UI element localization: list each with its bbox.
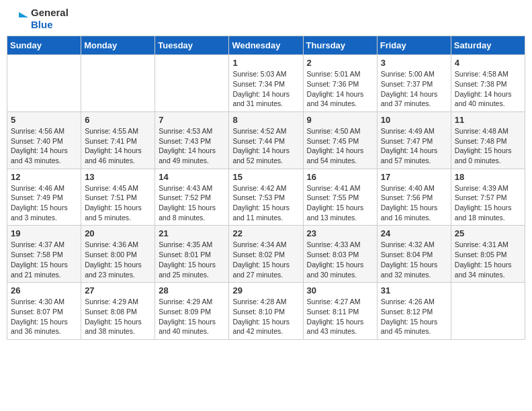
calendar-cell: 26Sunrise: 4:30 AMSunset: 8:07 PMDayligh… xyxy=(7,283,81,340)
calendar-header-row: SundayMondayTuesdayWednesdayThursdayFrid… xyxy=(7,36,525,55)
day-info: Sunrise: 4:53 AMSunset: 7:43 PMDaylight:… xyxy=(159,126,225,166)
day-info: Sunrise: 4:34 AMSunset: 8:02 PMDaylight:… xyxy=(232,240,299,279)
calendar-cell: 5Sunrise: 4:56 AMSunset: 7:40 PMDaylight… xyxy=(7,111,81,169)
calendar-cell: 19Sunrise: 4:37 AMSunset: 7:58 PMDayligh… xyxy=(7,226,81,283)
day-info: Sunrise: 4:33 AMSunset: 8:03 PMDaylight:… xyxy=(307,240,373,279)
day-info: Sunrise: 5:03 AMSunset: 7:34 PMDaylight:… xyxy=(232,69,299,109)
calendar-cell: 28Sunrise: 4:29 AMSunset: 8:09 PMDayligh… xyxy=(155,283,229,340)
calendar-cell: 12Sunrise: 4:46 AMSunset: 7:49 PMDayligh… xyxy=(7,169,81,226)
calendar-cell: 30Sunrise: 4:27 AMSunset: 8:11 PMDayligh… xyxy=(303,283,377,340)
day-info: Sunrise: 4:43 AMSunset: 7:52 PMDaylight:… xyxy=(159,183,225,223)
day-number: 22 xyxy=(232,228,299,238)
calendar-cell: 17Sunrise: 4:40 AMSunset: 7:56 PMDayligh… xyxy=(377,169,451,226)
day-number: 19 xyxy=(11,228,77,238)
day-number: 8 xyxy=(232,115,299,125)
calendar-cell: 4Sunrise: 4:58 AMSunset: 7:38 PMDaylight… xyxy=(451,55,525,112)
calendar-cell: 27Sunrise: 4:29 AMSunset: 8:08 PMDayligh… xyxy=(81,283,155,340)
day-number: 31 xyxy=(381,285,447,295)
page-header: General Blue xyxy=(7,7,525,30)
calendar-header-friday: Friday xyxy=(377,36,451,55)
calendar-cell: 3Sunrise: 5:00 AMSunset: 7:37 PMDaylight… xyxy=(377,55,451,112)
day-number: 30 xyxy=(307,285,373,295)
day-number: 3 xyxy=(381,58,447,68)
day-info: Sunrise: 5:00 AMSunset: 7:37 PMDaylight:… xyxy=(381,69,447,109)
day-info: Sunrise: 4:36 AMSunset: 8:00 PMDaylight:… xyxy=(85,240,151,279)
day-info: Sunrise: 4:27 AMSunset: 8:11 PMDaylight:… xyxy=(307,297,373,336)
day-info: Sunrise: 4:30 AMSunset: 8:07 PMDaylight:… xyxy=(11,297,77,336)
calendar-cell: 21Sunrise: 4:35 AMSunset: 8:01 PMDayligh… xyxy=(155,226,229,283)
day-info: Sunrise: 5:01 AMSunset: 7:36 PMDaylight:… xyxy=(307,69,373,109)
calendar-week-row: 12Sunrise: 4:46 AMSunset: 7:49 PMDayligh… xyxy=(7,169,525,226)
calendar-cell: 20Sunrise: 4:36 AMSunset: 8:00 PMDayligh… xyxy=(81,226,155,283)
calendar-header-saturday: Saturday xyxy=(451,36,525,55)
calendar-week-row: 1Sunrise: 5:03 AMSunset: 7:34 PMDaylight… xyxy=(7,55,525,112)
day-info: Sunrise: 4:41 AMSunset: 7:55 PMDaylight:… xyxy=(307,183,373,223)
calendar-cell: 10Sunrise: 4:49 AMSunset: 7:47 PMDayligh… xyxy=(377,111,451,169)
calendar-cell: 25Sunrise: 4:31 AMSunset: 8:05 PMDayligh… xyxy=(451,226,525,283)
calendar-header-thursday: Thursday xyxy=(303,36,377,55)
day-number: 5 xyxy=(11,115,77,125)
day-info: Sunrise: 4:42 AMSunset: 7:53 PMDaylight:… xyxy=(232,183,299,223)
day-info: Sunrise: 4:31 AMSunset: 8:05 PMDaylight:… xyxy=(455,240,521,279)
calendar-cell: 16Sunrise: 4:41 AMSunset: 7:55 PMDayligh… xyxy=(303,169,377,226)
day-number: 7 xyxy=(159,115,225,125)
calendar-cell: 15Sunrise: 4:42 AMSunset: 7:53 PMDayligh… xyxy=(229,169,303,226)
day-number: 13 xyxy=(85,172,151,182)
day-info: Sunrise: 4:40 AMSunset: 7:56 PMDaylight:… xyxy=(381,183,447,223)
day-info: Sunrise: 4:29 AMSunset: 8:09 PMDaylight:… xyxy=(159,297,225,336)
day-number: 20 xyxy=(85,228,151,238)
day-number: 11 xyxy=(455,115,521,125)
day-info: Sunrise: 4:39 AMSunset: 7:57 PMDaylight:… xyxy=(455,183,521,223)
day-number: 15 xyxy=(232,172,299,182)
calendar-cell xyxy=(155,55,229,112)
day-number: 28 xyxy=(159,285,225,295)
calendar-cell xyxy=(451,283,525,340)
day-info: Sunrise: 4:52 AMSunset: 7:44 PMDaylight:… xyxy=(232,126,299,166)
calendar-week-row: 26Sunrise: 4:30 AMSunset: 8:07 PMDayligh… xyxy=(7,283,525,340)
day-info: Sunrise: 4:55 AMSunset: 7:41 PMDaylight:… xyxy=(85,126,151,166)
calendar-cell: 31Sunrise: 4:26 AMSunset: 8:12 PMDayligh… xyxy=(377,283,451,340)
day-info: Sunrise: 4:50 AMSunset: 7:45 PMDaylight:… xyxy=(307,126,373,166)
calendar-cell: 1Sunrise: 5:03 AMSunset: 7:34 PMDaylight… xyxy=(229,55,303,112)
calendar-cell: 11Sunrise: 4:48 AMSunset: 7:48 PMDayligh… xyxy=(451,111,525,169)
day-info: Sunrise: 4:35 AMSunset: 8:01 PMDaylight:… xyxy=(159,240,225,279)
calendar-cell: 23Sunrise: 4:33 AMSunset: 8:03 PMDayligh… xyxy=(303,226,377,283)
calendar-cell: 29Sunrise: 4:28 AMSunset: 8:10 PMDayligh… xyxy=(229,283,303,340)
day-number: 23 xyxy=(307,228,373,238)
svg-marker-0 xyxy=(19,12,28,17)
day-info: Sunrise: 4:28 AMSunset: 8:10 PMDaylight:… xyxy=(232,297,299,336)
day-number: 14 xyxy=(159,172,225,182)
day-number: 10 xyxy=(381,115,447,125)
calendar-cell xyxy=(7,55,81,112)
day-number: 9 xyxy=(307,115,373,125)
day-number: 1 xyxy=(232,58,299,68)
day-info: Sunrise: 4:58 AMSunset: 7:38 PMDaylight:… xyxy=(455,69,521,109)
day-number: 6 xyxy=(85,115,151,125)
calendar-cell: 6Sunrise: 4:55 AMSunset: 7:41 PMDaylight… xyxy=(81,111,155,169)
day-number: 27 xyxy=(85,285,151,295)
calendar-cell: 9Sunrise: 4:50 AMSunset: 7:45 PMDaylight… xyxy=(303,111,377,169)
day-number: 24 xyxy=(381,228,447,238)
calendar-cell: 2Sunrise: 5:01 AMSunset: 7:36 PMDaylight… xyxy=(303,55,377,112)
day-number: 16 xyxy=(307,172,373,182)
day-number: 12 xyxy=(11,172,77,182)
calendar-cell: 8Sunrise: 4:52 AMSunset: 7:44 PMDaylight… xyxy=(229,111,303,169)
calendar-week-row: 19Sunrise: 4:37 AMSunset: 7:58 PMDayligh… xyxy=(7,226,525,283)
calendar-cell: 14Sunrise: 4:43 AMSunset: 7:52 PMDayligh… xyxy=(155,169,229,226)
day-info: Sunrise: 4:29 AMSunset: 8:08 PMDaylight:… xyxy=(85,297,151,336)
day-info: Sunrise: 4:56 AMSunset: 7:40 PMDaylight:… xyxy=(11,126,77,166)
day-number: 2 xyxy=(307,58,373,68)
day-info: Sunrise: 4:46 AMSunset: 7:49 PMDaylight:… xyxy=(11,183,77,223)
day-number: 18 xyxy=(455,172,521,182)
calendar-cell: 22Sunrise: 4:34 AMSunset: 8:02 PMDayligh… xyxy=(229,226,303,283)
calendar-table: SundayMondayTuesdayWednesdayThursdayFrid… xyxy=(7,36,525,340)
day-info: Sunrise: 4:37 AMSunset: 7:58 PMDaylight:… xyxy=(11,240,77,279)
calendar-cell: 13Sunrise: 4:45 AMSunset: 7:51 PMDayligh… xyxy=(81,169,155,226)
calendar-cell: 7Sunrise: 4:53 AMSunset: 7:43 PMDaylight… xyxy=(155,111,229,169)
logo-bird-icon xyxy=(7,8,28,30)
day-info: Sunrise: 4:32 AMSunset: 8:04 PMDaylight:… xyxy=(381,240,447,279)
day-number: 21 xyxy=(159,228,225,238)
day-info: Sunrise: 4:49 AMSunset: 7:47 PMDaylight:… xyxy=(381,126,447,166)
day-info: Sunrise: 4:26 AMSunset: 8:12 PMDaylight:… xyxy=(381,297,447,336)
day-number: 17 xyxy=(381,172,447,182)
